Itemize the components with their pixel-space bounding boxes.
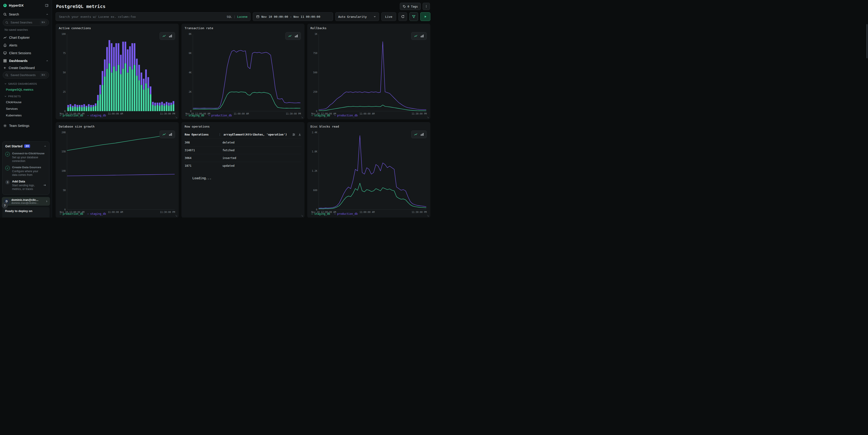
resize-handle-icon[interactable] (427, 116, 429, 119)
search-icon (5, 21, 8, 24)
sliders-icon[interactable] (292, 133, 296, 136)
progress-badge: 2/3 (24, 144, 30, 148)
event-search-box[interactable]: SQL | Lucene (56, 12, 250, 21)
column-header-row-operations[interactable]: Row Operations (185, 133, 218, 136)
line-chart-toggle-icon[interactable] (162, 133, 166, 136)
svg-text:11:00:00 AM: 11:00:00 AM (360, 112, 374, 115)
granularity-value: Auto Granularity (338, 15, 367, 19)
nav-label: Client Sessions (9, 51, 31, 55)
get-started-step-connect[interactable]: Connect to ClickHouse Set up your databa… (5, 150, 46, 164)
team-settings-label: Team Settings (9, 124, 29, 128)
line-chart-toggle-icon[interactable] (414, 34, 417, 38)
column-resize-handle[interactable]: ⋮ (218, 133, 221, 136)
saved-dashboards-search[interactable]: ⌘K (3, 71, 49, 78)
refresh-button[interactable] (398, 12, 407, 21)
get-started-header[interactable]: Get Started 2/3 (5, 144, 46, 148)
cell-count: 1871 (185, 164, 218, 167)
run-query-button[interactable] (420, 12, 430, 21)
loading-indicator: Loading... (192, 176, 301, 180)
cell-operation: fetched (222, 148, 301, 152)
step-number-badge: 3 (5, 180, 10, 185)
svg-text:500: 500 (313, 71, 317, 74)
bar-chart-toggle-icon[interactable] (169, 133, 172, 136)
nav-label: Alerts (9, 43, 17, 47)
get-started-step-sources[interactable]: Create Data Sources Configure where your… (5, 164, 46, 178)
svg-text:0: 0 (190, 110, 191, 112)
sidebar-preset-clickhouse[interactable]: ClickHouse (0, 99, 52, 105)
sidebar-preset-kubernetes[interactable]: Kubernetes (0, 112, 52, 119)
refresh-icon (401, 15, 405, 19)
line-chart-toggle-icon[interactable] (288, 34, 292, 38)
bar-chart-toggle-icon[interactable] (169, 34, 172, 38)
chart-plot: 06001.2K1.8K2.4KNov 10 12:00:00 AM11:00:… (310, 129, 427, 211)
bar-chart-toggle-icon[interactable] (294, 34, 298, 38)
sidebar-item-dashboards[interactable]: Dashboards (0, 57, 52, 65)
line-chart-toggle-icon[interactable] (162, 34, 166, 38)
get-started-step-add-data[interactable]: 3 Add Data Start sending logs, metrics, … (5, 178, 46, 192)
step-title: Connect to ClickHouse (12, 152, 44, 155)
create-dashboard-button[interactable]: Create Dashboard (0, 65, 52, 71)
page-title: PostgreSQL metrics (56, 4, 105, 9)
sidebar-section-search[interactable]: Search (0, 10, 52, 19)
sidebar-item-team-settings[interactable]: Team Settings (0, 122, 52, 130)
check-circle-icon (5, 152, 10, 157)
funnel-icon (412, 15, 415, 19)
resize-handle-icon[interactable] (175, 116, 178, 119)
more-options-button[interactable] (423, 3, 430, 10)
user-menu[interactable]: D dominic.tran@clic... dominic.tran@clic… (2, 197, 50, 206)
sidebar-item-alerts[interactable]: Alerts (0, 41, 52, 49)
filter-button[interactable] (409, 12, 418, 21)
chart-plot: 02K4K6K8KNov 10 12:00:00 AM11:00:00 AM11… (185, 31, 301, 113)
lucene-mode-toggle[interactable]: Lucene (237, 15, 248, 19)
controls-row: SQL | Lucene Nov 10 00:00:00 - Nov 11 00… (56, 12, 430, 21)
chart-type-toggle (411, 131, 427, 138)
live-button[interactable]: Live (381, 12, 396, 21)
bell-icon (3, 43, 7, 47)
section-label: SAVED DASHBOARDS (8, 82, 37, 85)
step-title: Create Data Sources (12, 166, 44, 169)
sidebar-preset-services[interactable]: Services (0, 105, 52, 112)
table-row: 308deleted (185, 138, 301, 146)
chart-card-transaction-rate: Transaction rate 02K4K6K8KNov 10 12:00:0… (181, 24, 305, 119)
sidebar-item-chart-explorer[interactable]: Chart Explorer (0, 34, 52, 41)
sidebar-item-client-sessions[interactable]: Client Sessions (0, 49, 52, 57)
resize-handle-icon[interactable] (301, 116, 303, 119)
chevron-down-icon (373, 15, 376, 18)
granularity-select[interactable]: Auto Granularity (335, 12, 379, 21)
column-header-operation[interactable]: arrayElement(Attributes, 'operation') (224, 133, 292, 136)
tags-button[interactable]: 0 Tags (400, 3, 421, 10)
svg-text:600: 600 (313, 189, 317, 192)
saved-searches-input[interactable] (10, 21, 38, 24)
saved-searches-search[interactable]: ⌘K (3, 19, 49, 26)
help-button[interactable]: ? (2, 202, 8, 208)
event-search-input[interactable] (59, 15, 226, 19)
chevron-up-icon (44, 145, 46, 147)
date-range-picker[interactable]: Nov 10 00:00:00 - Nov 11 00:00:00 (253, 12, 333, 21)
sql-mode-toggle[interactable]: SQL (226, 15, 232, 19)
dashboard-grid-icon (3, 59, 7, 63)
date-range-value: Nov 10 00:00:00 - Nov 11 00:00:00 (261, 15, 320, 19)
download-icon[interactable] (298, 133, 301, 136)
saved-dashboards-input[interactable] (10, 73, 38, 77)
sidebar-dashboard-postgresql-metrics[interactable]: PostgreSQL metrics (0, 86, 52, 93)
saved-dashboards-section-header[interactable]: SAVED DASHBOARDS (0, 80, 52, 86)
chart-title: Rollbacks (310, 26, 427, 30)
table-row: 1871updated (185, 162, 301, 169)
svg-text:4K: 4K (189, 71, 191, 74)
resize-handle-icon[interactable] (427, 214, 429, 217)
table-card-row-operations: Row operations Row Operations ⋮ arrayEle… (181, 122, 305, 218)
bar-chart-toggle-icon[interactable] (420, 133, 424, 136)
resize-handle-icon[interactable] (301, 214, 303, 217)
chart-type-toggle (285, 32, 301, 40)
sidebar-collapse-icon[interactable] (45, 4, 49, 7)
deploy-banner[interactable]: Ready to deploy on (2, 207, 50, 218)
svg-text:11:30:00 PM: 11:30:00 PM (412, 211, 427, 213)
line-chart-toggle-icon[interactable] (414, 133, 417, 136)
bar-chart-toggle-icon[interactable] (420, 34, 424, 38)
svg-text:Nov 10 12:00:00 AM: Nov 10 12:00:00 AM (311, 211, 336, 213)
presets-section-header[interactable]: PRESETS (0, 93, 52, 99)
section-label: PRESETS (8, 95, 21, 98)
hyperdx-logo-icon (3, 4, 7, 7)
table-body: 308deleted314071fetched3064inserted1871u… (185, 138, 301, 169)
resize-handle-icon[interactable] (175, 214, 178, 217)
